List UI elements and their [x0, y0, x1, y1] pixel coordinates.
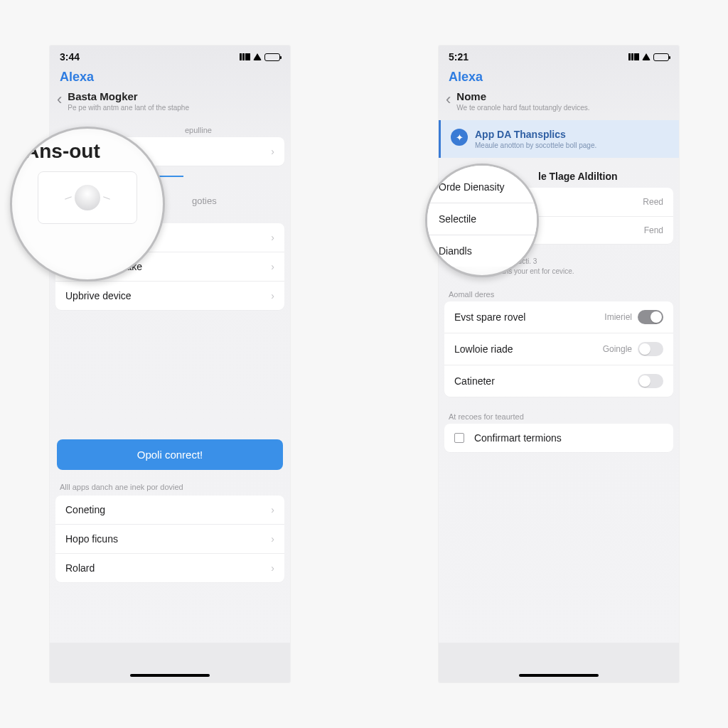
- toggle-switch[interactable]: [638, 342, 663, 356]
- primary-button-label: Opoli conrect!: [137, 449, 203, 461]
- chevron-right-icon: ›: [271, 504, 274, 515]
- list-item-label: Hopo ficuns: [65, 533, 118, 545]
- list-item-label: Upbrive device: [65, 290, 132, 301]
- battery-icon: [653, 53, 669, 61]
- status-time: 5:21: [449, 51, 469, 63]
- info-icon: ✦: [451, 129, 468, 146]
- toggle-row: Evst spare rovel Imieriel: [444, 301, 673, 333]
- battery-icon: [264, 53, 280, 61]
- phone-right: 5:21 Alexa ‹ Nome We te oranole hard fau…: [439, 46, 679, 682]
- menu-item[interactable]: Selectile: [427, 203, 537, 235]
- card-group-3: Confirmart termions: [444, 424, 673, 452]
- page-subtitle: We te oranole hard faut toutangly device…: [456, 104, 589, 112]
- toggle-label: Lowloie riade: [454, 343, 513, 355]
- toggle-row: Catineter: [444, 365, 673, 397]
- chevron-right-icon: ›: [271, 146, 274, 157]
- nav-row: ‹ Basta Mogker Pe pe with antm ane lant …: [50, 87, 290, 120]
- list-item-value: Reed: [643, 197, 663, 207]
- back-button[interactable]: ‹: [446, 90, 451, 107]
- list-item-label: Rolard: [65, 562, 95, 574]
- primary-button[interactable]: Opoli conrect!: [57, 439, 283, 470]
- checkbox-icon[interactable]: [454, 433, 464, 443]
- list-item[interactable]: Hopo ficuns ›: [55, 524, 284, 553]
- banner-title: App DA Thansplics: [475, 129, 596, 140]
- toggle-switch[interactable]: [638, 310, 663, 324]
- banner-subtitle: Meaule anotton by socottele boll page.: [475, 141, 596, 149]
- list-item-label: Coneting: [65, 504, 105, 515]
- chevron-right-icon: ›: [271, 290, 274, 301]
- list-item-value: Fend: [644, 225, 663, 235]
- brand-label: Alexa: [50, 65, 290, 87]
- home-indicator[interactable]: [130, 674, 210, 677]
- list-item[interactable]: Rolard ›: [55, 553, 284, 582]
- wifi-icon: [253, 53, 262, 60]
- status-icons: [628, 53, 669, 61]
- brand-label: Alexa: [439, 65, 679, 87]
- list-item[interactable]: Upbrive device ›: [55, 281, 284, 310]
- checkbox-row[interactable]: Confirmart termions: [444, 424, 673, 452]
- toggle-switch[interactable]: [638, 374, 663, 388]
- card-group-2: Evst spare rovel Imieriel Lowloie riade …: [444, 301, 673, 397]
- status-time: 3:44: [60, 51, 80, 63]
- chevron-right-icon: ›: [271, 562, 274, 574]
- chevron-right-icon: ›: [271, 261, 274, 272]
- page-title: Nome: [456, 90, 589, 102]
- card-footer: Coneting › Hopo ficuns › Rolard ›: [55, 496, 284, 582]
- toggle-label: Evst spare rovel: [454, 311, 525, 323]
- magnifier-left: Ans-out: [10, 127, 165, 282]
- checkbox-label: Confirmart termions: [474, 432, 562, 444]
- cellular-icon: [628, 53, 639, 60]
- nav-row: ‹ Nome We te oranole hard faut toutangly…: [439, 87, 679, 120]
- status-bar: 5:21: [439, 46, 679, 65]
- section-label: At recoes for teaurted: [439, 407, 679, 424]
- section-label: Aomall deres: [439, 284, 679, 301]
- status-bar: 3:44: [50, 46, 290, 65]
- chevron-right-icon: ›: [271, 232, 274, 243]
- bulb-icon: [75, 185, 100, 210]
- device-tile-bulb[interactable]: [38, 171, 137, 224]
- page-subtitle: Pe pe with antm ane lant of the staphe: [68, 104, 189, 112]
- page-title: Basta Mogker: [68, 90, 189, 102]
- footer-section-label: Alll apps danch ane inek por dovied: [50, 483, 290, 496]
- info-banner[interactable]: ✦ App DA Thansplics Meaule anotton by so…: [439, 120, 679, 158]
- back-button[interactable]: ‹: [57, 90, 62, 107]
- status-icons: [240, 53, 280, 61]
- toggle-label: Catineter: [454, 375, 495, 387]
- menu-item[interactable]: Diandls: [427, 235, 537, 267]
- magnifier-right: Orde Dienasity Selectile Diandls: [425, 164, 539, 277]
- toggle-row: Lowloie riade Goingle: [444, 333, 673, 365]
- toggle-caption: Goingle: [603, 344, 632, 354]
- wifi-icon: [642, 53, 651, 60]
- home-indicator[interactable]: [519, 674, 599, 677]
- cellular-icon: [240, 53, 250, 60]
- chevron-right-icon: ›: [271, 533, 274, 545]
- toggle-caption: Imieriel: [604, 312, 632, 322]
- list-item[interactable]: Coneting ›: [55, 496, 284, 524]
